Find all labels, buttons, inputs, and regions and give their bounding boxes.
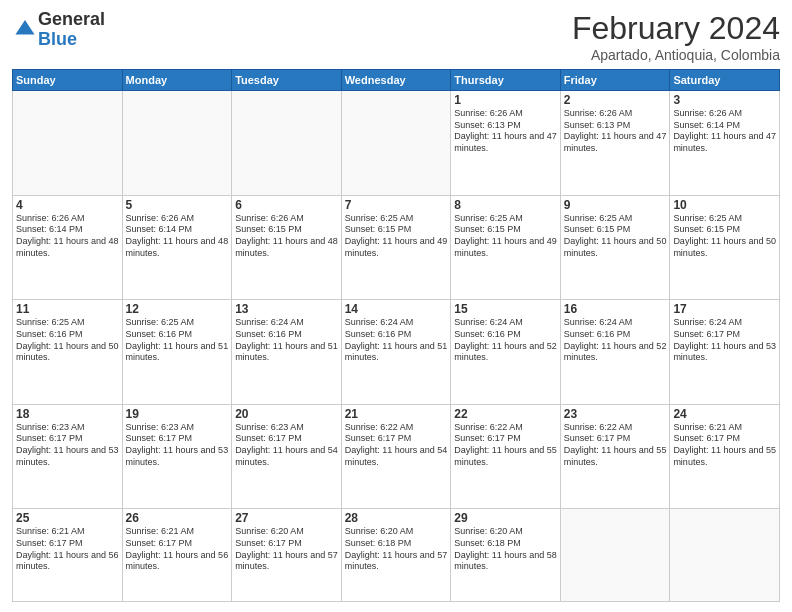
day-number: 7 [345,198,448,212]
day-number: 20 [235,407,338,421]
day-info: Sunrise: 6:24 AM Sunset: 6:16 PM Dayligh… [345,317,448,364]
col-thursday: Thursday [451,70,561,91]
day-number: 9 [564,198,667,212]
day-info: Sunrise: 6:24 AM Sunset: 6:16 PM Dayligh… [235,317,338,364]
col-sunday: Sunday [13,70,123,91]
day-info: Sunrise: 6:26 AM Sunset: 6:14 PM Dayligh… [16,213,119,260]
week-row-1: 1Sunrise: 6:26 AM Sunset: 6:13 PM Daylig… [13,91,780,196]
day-number: 12 [126,302,229,316]
table-row: 2Sunrise: 6:26 AM Sunset: 6:13 PM Daylig… [560,91,670,196]
day-number: 18 [16,407,119,421]
table-row [122,91,232,196]
table-row: 18Sunrise: 6:23 AM Sunset: 6:17 PM Dayli… [13,404,123,509]
table-row [560,509,670,602]
week-row-3: 11Sunrise: 6:25 AM Sunset: 6:16 PM Dayli… [13,300,780,405]
table-row: 6Sunrise: 6:26 AM Sunset: 6:15 PM Daylig… [232,195,342,300]
day-number: 26 [126,511,229,525]
day-number: 10 [673,198,776,212]
day-info: Sunrise: 6:22 AM Sunset: 6:17 PM Dayligh… [345,422,448,469]
svg-marker-0 [15,20,34,35]
day-info: Sunrise: 6:21 AM Sunset: 6:17 PM Dayligh… [126,526,229,573]
day-info: Sunrise: 6:24 AM Sunset: 6:16 PM Dayligh… [454,317,557,364]
day-number: 1 [454,93,557,107]
calendar-header-row: Sunday Monday Tuesday Wednesday Thursday… [13,70,780,91]
table-row: 23Sunrise: 6:22 AM Sunset: 6:17 PM Dayli… [560,404,670,509]
day-info: Sunrise: 6:25 AM Sunset: 6:15 PM Dayligh… [345,213,448,260]
table-row: 20Sunrise: 6:23 AM Sunset: 6:17 PM Dayli… [232,404,342,509]
col-tuesday: Tuesday [232,70,342,91]
day-info: Sunrise: 6:20 AM Sunset: 6:17 PM Dayligh… [235,526,338,573]
table-row: 24Sunrise: 6:21 AM Sunset: 6:17 PM Dayli… [670,404,780,509]
col-monday: Monday [122,70,232,91]
day-info: Sunrise: 6:26 AM Sunset: 6:15 PM Dayligh… [235,213,338,260]
day-info: Sunrise: 6:22 AM Sunset: 6:17 PM Dayligh… [564,422,667,469]
table-row: 5Sunrise: 6:26 AM Sunset: 6:14 PM Daylig… [122,195,232,300]
day-number: 22 [454,407,557,421]
title-block: February 2024 Apartado, Antioquia, Colom… [572,10,780,63]
day-info: Sunrise: 6:25 AM Sunset: 6:15 PM Dayligh… [454,213,557,260]
table-row: 1Sunrise: 6:26 AM Sunset: 6:13 PM Daylig… [451,91,561,196]
logo-blue-text: Blue [38,29,77,49]
table-row: 9Sunrise: 6:25 AM Sunset: 6:15 PM Daylig… [560,195,670,300]
week-row-2: 4Sunrise: 6:26 AM Sunset: 6:14 PM Daylig… [13,195,780,300]
day-number: 15 [454,302,557,316]
day-info: Sunrise: 6:25 AM Sunset: 6:15 PM Dayligh… [673,213,776,260]
logo: General Blue [12,10,105,50]
day-info: Sunrise: 6:26 AM Sunset: 6:14 PM Dayligh… [673,108,776,155]
day-number: 2 [564,93,667,107]
day-info: Sunrise: 6:25 AM Sunset: 6:15 PM Dayligh… [564,213,667,260]
day-info: Sunrise: 6:26 AM Sunset: 6:14 PM Dayligh… [126,213,229,260]
day-info: Sunrise: 6:24 AM Sunset: 6:17 PM Dayligh… [673,317,776,364]
calendar-body: 1Sunrise: 6:26 AM Sunset: 6:13 PM Daylig… [13,91,780,602]
day-info: Sunrise: 6:20 AM Sunset: 6:18 PM Dayligh… [454,526,557,573]
table-row: 29Sunrise: 6:20 AM Sunset: 6:18 PM Dayli… [451,509,561,602]
table-row: 3Sunrise: 6:26 AM Sunset: 6:14 PM Daylig… [670,91,780,196]
day-info: Sunrise: 6:26 AM Sunset: 6:13 PM Dayligh… [454,108,557,155]
table-row: 11Sunrise: 6:25 AM Sunset: 6:16 PM Dayli… [13,300,123,405]
day-info: Sunrise: 6:23 AM Sunset: 6:17 PM Dayligh… [235,422,338,469]
day-number: 27 [235,511,338,525]
day-number: 13 [235,302,338,316]
day-number: 14 [345,302,448,316]
table-row: 25Sunrise: 6:21 AM Sunset: 6:17 PM Dayli… [13,509,123,602]
day-number: 23 [564,407,667,421]
table-row: 14Sunrise: 6:24 AM Sunset: 6:16 PM Dayli… [341,300,451,405]
table-row: 19Sunrise: 6:23 AM Sunset: 6:17 PM Dayli… [122,404,232,509]
page-title: February 2024 [572,10,780,47]
table-row: 12Sunrise: 6:25 AM Sunset: 6:16 PM Dayli… [122,300,232,405]
table-row: 15Sunrise: 6:24 AM Sunset: 6:16 PM Dayli… [451,300,561,405]
day-number: 17 [673,302,776,316]
day-info: Sunrise: 6:25 AM Sunset: 6:16 PM Dayligh… [16,317,119,364]
day-info: Sunrise: 6:21 AM Sunset: 6:17 PM Dayligh… [673,422,776,469]
table-row [13,91,123,196]
day-number: 8 [454,198,557,212]
day-info: Sunrise: 6:26 AM Sunset: 6:13 PM Dayligh… [564,108,667,155]
table-row: 21Sunrise: 6:22 AM Sunset: 6:17 PM Dayli… [341,404,451,509]
table-row: 27Sunrise: 6:20 AM Sunset: 6:17 PM Dayli… [232,509,342,602]
day-info: Sunrise: 6:25 AM Sunset: 6:16 PM Dayligh… [126,317,229,364]
day-number: 29 [454,511,557,525]
day-info: Sunrise: 6:23 AM Sunset: 6:17 PM Dayligh… [126,422,229,469]
table-row: 10Sunrise: 6:25 AM Sunset: 6:15 PM Dayli… [670,195,780,300]
logo-general-text: General [38,9,105,29]
week-row-5: 25Sunrise: 6:21 AM Sunset: 6:17 PM Dayli… [13,509,780,602]
day-number: 28 [345,511,448,525]
page-subtitle: Apartado, Antioquia, Colombia [572,47,780,63]
day-number: 3 [673,93,776,107]
day-info: Sunrise: 6:24 AM Sunset: 6:16 PM Dayligh… [564,317,667,364]
table-row: 22Sunrise: 6:22 AM Sunset: 6:17 PM Dayli… [451,404,561,509]
day-number: 11 [16,302,119,316]
day-number: 6 [235,198,338,212]
table-row [232,91,342,196]
page: General Blue February 2024 Apartado, Ant… [0,0,792,612]
table-row [670,509,780,602]
table-row: 28Sunrise: 6:20 AM Sunset: 6:18 PM Dayli… [341,509,451,602]
header: General Blue February 2024 Apartado, Ant… [12,10,780,63]
day-info: Sunrise: 6:21 AM Sunset: 6:17 PM Dayligh… [16,526,119,573]
col-saturday: Saturday [670,70,780,91]
table-row: 4Sunrise: 6:26 AM Sunset: 6:14 PM Daylig… [13,195,123,300]
day-number: 16 [564,302,667,316]
table-row: 26Sunrise: 6:21 AM Sunset: 6:17 PM Dayli… [122,509,232,602]
day-info: Sunrise: 6:20 AM Sunset: 6:18 PM Dayligh… [345,526,448,573]
day-number: 4 [16,198,119,212]
